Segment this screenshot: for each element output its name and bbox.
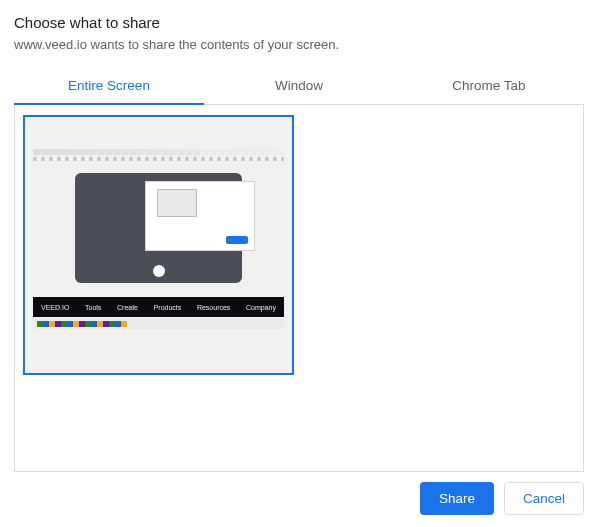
preview-browser-toolbar xyxy=(33,149,284,155)
tab-chrome-tab[interactable]: Chrome Tab xyxy=(394,68,584,104)
dialog-title: Choose what to share xyxy=(14,14,584,31)
preview-nested-thumbnail xyxy=(157,189,197,217)
preview-browser-tabs xyxy=(33,157,284,161)
share-button[interactable]: Share xyxy=(420,482,494,515)
dialog-footer: Share Cancel xyxy=(14,472,584,515)
preview-area: VEED.IO Tools Create Products Resources … xyxy=(14,105,584,472)
screen-thumbnail-1[interactable]: VEED.IO Tools Create Products Resources … xyxy=(23,115,294,375)
empty-slot xyxy=(304,115,583,461)
preview-taskbar xyxy=(33,319,284,329)
dialog-subtitle: www.veed.io wants to share the contents … xyxy=(14,37,584,52)
preview-nav-3: Resources xyxy=(197,304,230,311)
tab-entire-screen[interactable]: Entire Screen xyxy=(14,68,204,105)
preview-nav-0: Tools xyxy=(85,304,101,311)
preview-brand: VEED.IO xyxy=(41,304,69,311)
preview-nav-2: Products xyxy=(154,304,182,311)
preview-nav-4: Company xyxy=(246,304,276,311)
share-tabs: Entire Screen Window Chrome Tab xyxy=(14,68,584,105)
preview-site-navbar: VEED.IO Tools Create Products Resources … xyxy=(33,297,284,317)
preview-nav-1: Create xyxy=(117,304,138,311)
cancel-button[interactable]: Cancel xyxy=(504,482,584,515)
tab-window[interactable]: Window xyxy=(204,68,394,104)
